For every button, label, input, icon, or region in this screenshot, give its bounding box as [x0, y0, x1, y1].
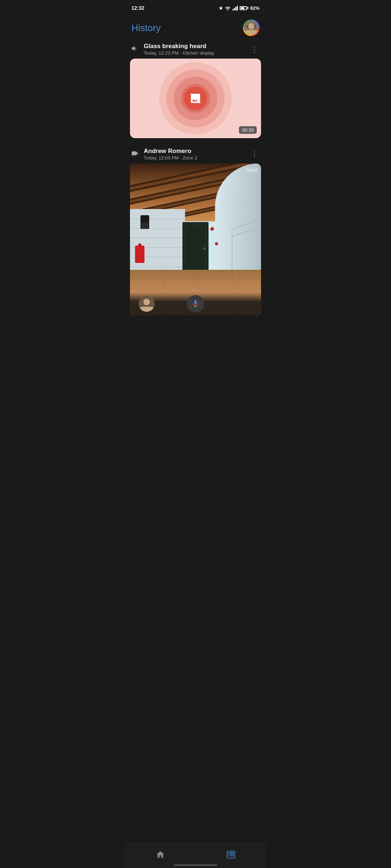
sensor-2 — [215, 242, 218, 245]
alert-icon-container — [184, 87, 207, 110]
page-header: History — [125, 14, 266, 40]
svg-rect-9 — [139, 307, 155, 312]
siding-1 — [130, 218, 185, 219]
battery-percent: 82% — [250, 5, 260, 11]
fire-extinguisher — [135, 246, 144, 263]
user-avatar[interactable] — [243, 20, 260, 36]
broken-image-icon — [189, 92, 202, 105]
microphone-icon — [191, 299, 200, 308]
event-2-title: Andrew Romero — [144, 148, 197, 155]
light-fixture — [140, 215, 149, 229]
event-2-header: Andrew Romero Today, 12:03 PM · Zone 2 ⋮ — [129, 145, 262, 163]
sound-icon — [131, 44, 139, 54]
page-title: History — [131, 22, 161, 34]
camera-mic-overlay — [130, 292, 261, 315]
home-icon — [156, 850, 165, 859]
svg-rect-10 — [194, 300, 197, 304]
siding-6 — [130, 267, 185, 267]
camera-feed-card[interactable]: Nest — [130, 163, 261, 315]
camera-icon — [131, 149, 139, 159]
svg-point-1 — [248, 23, 254, 29]
content-area: Glass breaking heard Today, 12:23 PM · K… — [125, 40, 266, 354]
event-1-text: Glass breaking heard Today, 12:23 PM · K… — [144, 43, 214, 56]
svg-rect-2 — [244, 30, 258, 35]
event-1-info: Glass breaking heard Today, 12:23 PM · K… — [131, 43, 214, 56]
door-handle — [203, 247, 206, 250]
wifi-icon — [225, 6, 231, 10]
event-1-title: Glass breaking heard — [144, 43, 214, 50]
event-2-more-button[interactable]: ⋮ — [249, 148, 260, 161]
events-list: Glass breaking heard Today, 12:23 PM · K… — [125, 40, 266, 315]
sensor-1 — [210, 227, 214, 231]
siding-2 — [130, 228, 185, 229]
home-indicator — [174, 864, 217, 866]
duration-badge: 00:20 — [239, 126, 257, 134]
event-2-text: Andrew Romero Today, 12:03 PM · Zone 2 — [144, 148, 197, 161]
history-nav-icon — [226, 850, 236, 859]
event-1-header: Glass breaking heard Today, 12:23 PM · K… — [129, 40, 262, 59]
status-icons: ★ 82% — [219, 5, 260, 11]
avatar-image — [244, 21, 258, 35]
sound-alert-card[interactable]: 00:20 — [130, 59, 261, 138]
event-2-subtitle: Today, 12:03 PM · Zone 2 — [144, 155, 197, 161]
microphone-button[interactable] — [187, 295, 204, 312]
fire-ext-top — [138, 243, 141, 246]
siding-3 — [130, 238, 185, 238]
left-wall — [130, 209, 185, 273]
event-glass-breaking: Glass breaking heard Today, 12:23 PM · K… — [129, 40, 262, 138]
event-1-subtitle: Today, 12:23 PM · Kitchen display — [144, 50, 214, 56]
camera-avatar-image — [139, 296, 155, 312]
railing-2 — [232, 228, 256, 238]
plank-1 — [130, 279, 261, 279]
nest-label: Nest — [246, 167, 257, 173]
plank-2 — [130, 288, 261, 288]
stairs-area — [228, 229, 257, 273]
door — [182, 222, 209, 273]
status-bar: 12:32 ★ 82% — [125, 0, 266, 14]
bluetooth-icon: ★ — [219, 5, 223, 11]
event-2-info: Andrew Romero Today, 12:03 PM · Zone 2 — [131, 148, 197, 161]
railing-post — [232, 229, 232, 273]
signal-icon — [232, 5, 238, 10]
nav-history[interactable] — [215, 848, 247, 861]
event-andrew-romero: Andrew Romero Today, 12:03 PM · Zone 2 ⋮ — [129, 145, 262, 315]
status-time: 12:32 — [131, 5, 144, 11]
door-panel — [185, 225, 206, 270]
event-1-more-button[interactable]: ⋮ — [249, 43, 260, 56]
light-glass — [141, 222, 148, 229]
battery-icon — [240, 6, 248, 10]
camera-user-avatar — [139, 296, 155, 312]
svg-point-8 — [143, 299, 150, 305]
nav-home[interactable] — [145, 848, 176, 861]
